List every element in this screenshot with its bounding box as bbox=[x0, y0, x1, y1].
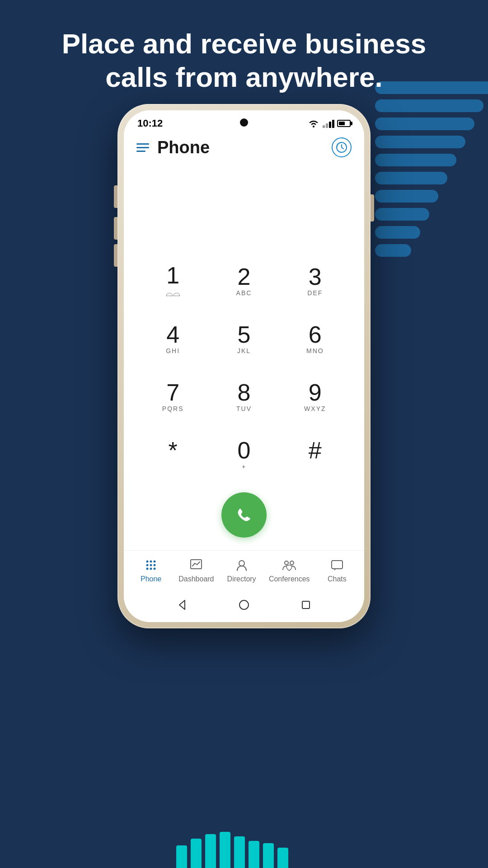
phone-dialpad-icon bbox=[143, 557, 159, 573]
svg-point-10 bbox=[154, 568, 156, 570]
status-bar: 10:12 bbox=[124, 110, 364, 133]
svg-point-6 bbox=[150, 564, 152, 566]
nav-label-phone: Phone bbox=[141, 575, 161, 583]
svg-point-0 bbox=[313, 126, 314, 127]
android-home-button[interactable] bbox=[236, 597, 252, 613]
nav-item-dashboard[interactable]: Dashboard bbox=[178, 557, 214, 583]
call-button-row bbox=[137, 492, 351, 538]
dial-key-9[interactable]: 9 WXYZ bbox=[288, 369, 342, 424]
battery-icon bbox=[337, 120, 351, 127]
conferences-icon bbox=[281, 557, 297, 573]
status-icons bbox=[307, 119, 351, 128]
hamburger-menu-button[interactable] bbox=[136, 143, 149, 152]
svg-point-4 bbox=[154, 561, 156, 563]
nav-label-conferences: Conferences bbox=[269, 575, 310, 583]
clock-icon bbox=[336, 142, 347, 153]
signal-icon bbox=[323, 119, 334, 128]
hamburger-line bbox=[136, 143, 149, 145]
svg-point-9 bbox=[150, 568, 152, 570]
dialpad-area: 1 ⌓⌓ 2 ABC 3 bbox=[124, 162, 364, 550]
svg-marker-17 bbox=[179, 600, 185, 609]
dial-key-0[interactable]: 0 + bbox=[217, 427, 271, 481]
chats-icon bbox=[329, 557, 345, 573]
phone-mockup: 10:12 bbox=[117, 104, 371, 628]
svg-point-8 bbox=[146, 568, 149, 570]
dial-key-8[interactable]: 8 TUV bbox=[217, 369, 271, 424]
nav-item-conferences[interactable]: Conferences bbox=[269, 557, 310, 583]
header-left: Phone bbox=[136, 138, 210, 157]
dial-key-7[interactable]: 7 PQRS bbox=[146, 369, 200, 424]
svg-point-5 bbox=[146, 564, 149, 566]
dial-key-6[interactable]: 6 MNO bbox=[288, 311, 342, 366]
dial-key-2[interactable]: 2 ABC bbox=[217, 254, 271, 308]
hamburger-line bbox=[136, 151, 145, 152]
dial-key-5[interactable]: 5 JKL bbox=[217, 311, 271, 366]
nav-item-chats[interactable]: Chats bbox=[319, 557, 355, 583]
svg-point-14 bbox=[285, 561, 288, 565]
svg-point-13 bbox=[239, 561, 244, 566]
decorative-stripes-bottom bbox=[176, 832, 312, 868]
dialpad-grid: 1 ⌓⌓ 2 ABC 3 bbox=[137, 252, 351, 483]
phone-screen: 10:12 bbox=[124, 110, 364, 622]
nav-label-chats: Chats bbox=[328, 575, 347, 583]
svg-point-3 bbox=[150, 561, 152, 563]
history-button[interactable] bbox=[332, 137, 352, 157]
svg-rect-16 bbox=[332, 561, 343, 569]
nav-item-directory[interactable]: Directory bbox=[224, 557, 260, 583]
camera-dot bbox=[240, 118, 248, 127]
dial-key-1[interactable]: 1 ⌓⌓ bbox=[146, 254, 200, 308]
phone-call-icon bbox=[233, 504, 255, 526]
app-header: Phone bbox=[124, 133, 364, 162]
decorative-stripes-right bbox=[375, 81, 488, 353]
dial-key-3[interactable]: 3 DEF bbox=[288, 254, 342, 308]
android-nav-bar bbox=[124, 591, 364, 622]
app-title: Phone bbox=[157, 138, 210, 157]
dial-key-star[interactable]: * bbox=[146, 427, 200, 481]
hamburger-line bbox=[136, 147, 149, 148]
nav-label-directory: Directory bbox=[227, 575, 256, 583]
call-button[interactable] bbox=[221, 492, 267, 538]
android-recents-button[interactable] bbox=[298, 597, 314, 613]
bottom-nav: Phone Dashboard bbox=[124, 550, 364, 591]
svg-point-2 bbox=[146, 561, 149, 563]
nav-label-dashboard: Dashboard bbox=[178, 575, 214, 583]
wifi-icon bbox=[307, 119, 320, 128]
svg-point-7 bbox=[154, 564, 156, 566]
status-time: 10:12 bbox=[137, 118, 163, 129]
svg-point-15 bbox=[290, 561, 294, 565]
dial-key-hash[interactable]: # bbox=[288, 427, 342, 481]
hero-text: Place and receive business calls from an… bbox=[0, 27, 488, 94]
svg-point-18 bbox=[239, 600, 249, 609]
nav-item-phone[interactable]: Phone bbox=[133, 557, 169, 583]
phone-outer-frame: 10:12 bbox=[117, 104, 371, 628]
dashboard-icon bbox=[188, 557, 204, 573]
android-back-button[interactable] bbox=[174, 597, 190, 613]
svg-rect-19 bbox=[302, 601, 310, 609]
directory-icon bbox=[234, 557, 250, 573]
dial-key-4[interactable]: 4 GHI bbox=[146, 311, 200, 366]
